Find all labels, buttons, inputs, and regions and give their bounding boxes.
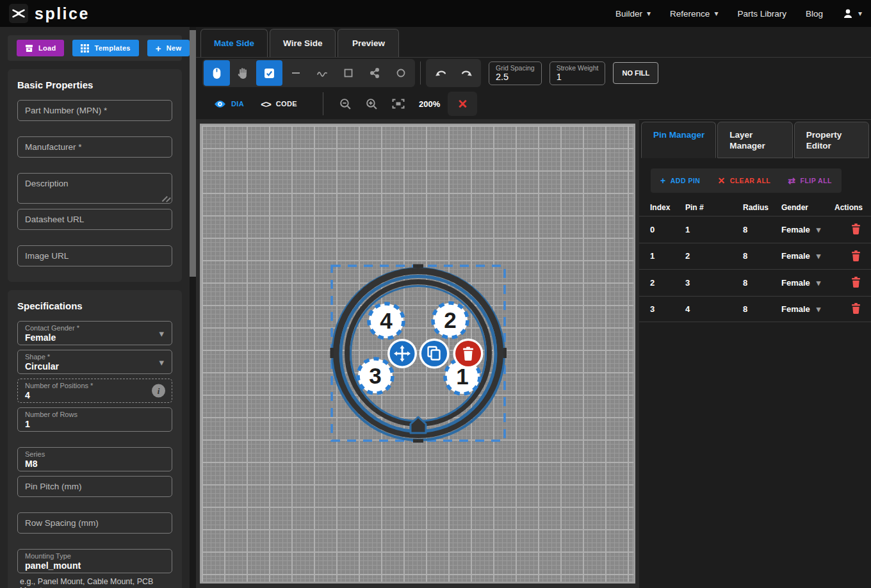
flip-all-button[interactable]: ⇄ FLIP ALL bbox=[788, 176, 832, 186]
multi-select-tool[interactable] bbox=[256, 60, 282, 86]
polyline-tool[interactable] bbox=[361, 60, 387, 86]
content-row: 4 2 3 1 bbox=[196, 119, 871, 588]
code-icon: <> bbox=[261, 99, 271, 110]
brand-wordmark: splice bbox=[35, 4, 90, 23]
clear-all-button[interactable]: ✕ CLEAR ALL bbox=[717, 176, 770, 186]
circle-icon bbox=[396, 68, 406, 78]
tab-preview[interactable]: Preview bbox=[338, 29, 399, 57]
add-pin-button[interactable]: + ADD PIN bbox=[660, 176, 700, 186]
sidebar-scrollbar[interactable] bbox=[190, 27, 196, 588]
select-cursor-tool[interactable] bbox=[204, 60, 230, 86]
tab-wire-side[interactable]: Wire Side bbox=[270, 29, 336, 57]
gender-select[interactable]: Female▾ bbox=[781, 278, 834, 288]
grid-spacing-input[interactable]: Grid Spacing 2.5 bbox=[489, 61, 542, 85]
rectangle-tool[interactable] bbox=[335, 60, 361, 86]
description-field[interactable]: Description bbox=[17, 173, 172, 204]
sidebar-scrollbar-thumb[interactable] bbox=[190, 30, 196, 277]
toolbar-divider bbox=[323, 92, 323, 115]
account-menu[interactable]: ▾ bbox=[842, 8, 862, 19]
zoom-in-button[interactable] bbox=[359, 91, 385, 117]
contact-gender-select[interactable]: Contact Gender * Female ▾ bbox=[17, 321, 172, 345]
duplicate-selection-button[interactable] bbox=[419, 339, 450, 369]
pan-tool[interactable] bbox=[230, 60, 256, 86]
gender-select[interactable]: Female▾ bbox=[781, 251, 834, 261]
pin-table-row: 1 2 8 Female▾ bbox=[639, 243, 871, 270]
stroke-weight-input[interactable]: Stroke Weight 1 bbox=[549, 61, 606, 85]
tab-mate-side[interactable]: Mate Side bbox=[200, 29, 268, 57]
side-tabbar: Mate Side Wire Side Preview bbox=[196, 27, 871, 58]
image-url-field[interactable]: Image URL bbox=[17, 245, 172, 266]
nav-parts-library[interactable]: Parts Library bbox=[737, 9, 786, 19]
cell-radius: 8 bbox=[743, 278, 781, 288]
brand[interactable]: splice bbox=[9, 4, 90, 23]
shape-select[interactable]: Shape * Circular ▾ bbox=[17, 350, 172, 374]
nav-blog[interactable]: Blog bbox=[806, 9, 823, 19]
chevron-down-icon: ▾ bbox=[817, 279, 821, 287]
undo-button[interactable] bbox=[427, 60, 453, 86]
move-selection-button[interactable] bbox=[387, 339, 417, 368]
svg-text:2: 2 bbox=[444, 307, 456, 332]
dia-toggle[interactable]: DIA bbox=[214, 100, 244, 108]
info-icon[interactable]: i bbox=[152, 384, 165, 398]
basic-properties-title: Basic Properties bbox=[17, 79, 172, 90]
tab-property-editor[interactable]: Property Editor bbox=[794, 122, 869, 158]
manufacturer-field[interactable]: Manufacturer * bbox=[17, 136, 172, 158]
series-field[interactable]: Series M8 bbox=[17, 447, 172, 471]
tab-pin-manager[interactable]: Pin Manager bbox=[641, 122, 716, 158]
pin-2[interactable]: 2 bbox=[433, 303, 468, 338]
nav-reference[interactable]: Reference▾ bbox=[670, 9, 718, 19]
chevron-down-icon: ▾ bbox=[817, 252, 821, 260]
cross-icon: ✕ bbox=[717, 176, 725, 186]
code-toggle[interactable]: <> CODE bbox=[261, 99, 297, 110]
delete-pin-button[interactable] bbox=[834, 275, 871, 290]
cell-index: 0 bbox=[650, 225, 685, 234]
builder-main: Mate Side Wire Side Preview bbox=[196, 27, 871, 588]
delete-pin-button[interactable] bbox=[834, 222, 871, 236]
canvas-grid[interactable]: 4 2 3 1 bbox=[200, 124, 635, 584]
plus-icon: + bbox=[660, 176, 666, 186]
mouse-icon bbox=[211, 67, 222, 79]
row-spacing-field[interactable]: Row Spacing (mm) bbox=[17, 512, 172, 534]
resize-handle-icon[interactable] bbox=[163, 194, 171, 202]
circle-tool[interactable] bbox=[387, 60, 414, 86]
zoom-out-button[interactable] bbox=[332, 91, 359, 117]
pin-manager-actions: + ADD PIN ✕ CLEAR ALL ⇄ FLIP ALL bbox=[651, 168, 842, 193]
fit-screen-icon bbox=[392, 99, 405, 109]
new-button[interactable]: + New bbox=[147, 40, 190, 56]
draw-toolbar: Grid Spacing 2.5 Stroke Weight 1 NO FILL bbox=[196, 58, 871, 88]
delete-selection-button[interactable] bbox=[453, 339, 484, 369]
nav-builder[interactable]: Builder▾ bbox=[615, 9, 651, 19]
line-tool[interactable] bbox=[282, 60, 309, 86]
delete-pin-button[interactable] bbox=[834, 302, 871, 316]
redo-button[interactable] bbox=[453, 60, 480, 86]
grid-icon bbox=[81, 44, 89, 53]
cell-index: 1 bbox=[650, 251, 685, 261]
pin-table-row: 2 3 8 Female▾ bbox=[639, 269, 871, 296]
flip-icon: ⇄ bbox=[788, 176, 795, 186]
delete-pin-button[interactable] bbox=[834, 249, 871, 263]
pin-3[interactable]: 3 bbox=[358, 359, 393, 393]
datasheet-url-field[interactable]: Datasheet URL bbox=[17, 209, 172, 230]
positions-field[interactable]: Number of Positions * 4 i bbox=[17, 379, 172, 403]
tab-layer-manager[interactable]: Layer Manager bbox=[717, 122, 792, 158]
fit-screen-button[interactable] bbox=[385, 91, 411, 117]
close-canvas-button[interactable]: ✕ bbox=[448, 92, 477, 116]
part-number-field[interactable]: Part Number (MPN) * bbox=[17, 100, 172, 121]
gender-select[interactable]: Female▾ bbox=[781, 304, 834, 314]
mounting-hint: e.g., Panel Mount, Cable Mount, PCB Moun… bbox=[20, 577, 172, 588]
gender-select[interactable]: Female▾ bbox=[781, 225, 834, 234]
load-button[interactable]: Load bbox=[17, 40, 64, 56]
mounting-type-field[interactable]: Mounting Type panel_mount bbox=[17, 549, 172, 573]
pin-pitch-field[interactable]: Pin Pitch (mm) bbox=[17, 476, 172, 497]
templates-button[interactable]: Templates bbox=[72, 40, 138, 56]
trash-icon bbox=[851, 224, 861, 234]
drawing-canvas[interactable]: 4 2 3 1 bbox=[196, 119, 639, 588]
no-fill-button[interactable]: NO FILL bbox=[613, 62, 658, 84]
pin-4[interactable]: 4 bbox=[369, 304, 403, 338]
cell-index: 3 bbox=[650, 304, 685, 314]
cell-pin: 3 bbox=[685, 278, 743, 288]
chevron-down-icon: ▾ bbox=[714, 10, 718, 17]
rows-field[interactable]: Number of Rows 1 bbox=[17, 407, 172, 432]
keying-notch bbox=[411, 417, 426, 433]
freehand-tool[interactable] bbox=[309, 60, 335, 86]
